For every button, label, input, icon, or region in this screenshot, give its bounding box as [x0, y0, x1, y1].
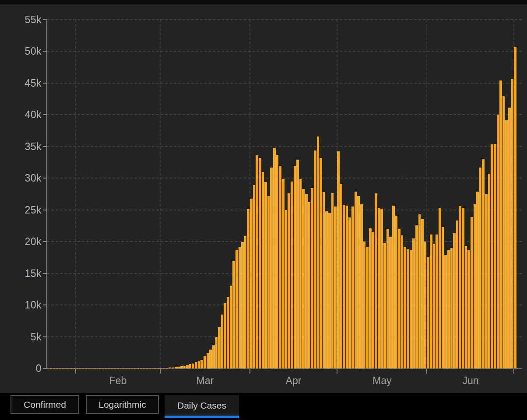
daily-cases-bar[interactable] — [508, 108, 511, 368]
daily-cases-bar[interactable] — [366, 247, 369, 368]
daily-cases-bar[interactable] — [415, 225, 418, 368]
daily-cases-bar[interactable] — [421, 219, 424, 368]
daily-cases-bar[interactable] — [398, 229, 401, 368]
daily-cases-bar[interactable] — [99, 368, 102, 368]
daily-cases-bar[interactable] — [294, 166, 296, 368]
daily-cases-bar[interactable] — [348, 217, 351, 368]
daily-cases-bar[interactable] — [232, 261, 235, 368]
daily-cases-bar[interactable] — [215, 337, 218, 368]
daily-cases-bar[interactable] — [189, 364, 192, 368]
daily-cases-bar[interactable] — [90, 368, 93, 368]
daily-cases-bar[interactable] — [82, 368, 84, 368]
daily-cases-bar[interactable] — [514, 47, 516, 368]
daily-cases-bar[interactable] — [474, 204, 476, 368]
daily-cases-bar[interactable] — [145, 368, 148, 368]
daily-cases-bar[interactable] — [67, 368, 70, 368]
daily-cases-bar[interactable] — [76, 368, 78, 368]
daily-cases-bar[interactable] — [502, 96, 505, 368]
daily-cases-bar[interactable] — [282, 179, 285, 368]
daily-cases-bar[interactable] — [70, 368, 73, 368]
daily-cases-bar[interactable] — [239, 247, 241, 368]
daily-cases-bar[interactable] — [267, 196, 270, 368]
daily-cases-bar[interactable] — [221, 315, 224, 368]
daily-cases-bar[interactable] — [125, 368, 128, 368]
daily-cases-bar[interactable] — [50, 368, 53, 368]
daily-cases-bar[interactable] — [73, 368, 76, 368]
daily-cases-bar[interactable] — [442, 227, 444, 368]
daily-cases-bar[interactable] — [351, 206, 354, 368]
daily-cases-bar[interactable] — [343, 205, 345, 368]
daily-cases-bar[interactable] — [491, 144, 493, 368]
daily-cases-bar[interactable] — [302, 189, 305, 368]
daily-cases-bar[interactable] — [499, 80, 502, 368]
daily-cases-bar[interactable] — [128, 368, 131, 368]
daily-cases-bar[interactable] — [369, 228, 372, 368]
daily-cases-bar[interactable] — [430, 234, 432, 368]
daily-cases-bar[interactable] — [459, 206, 461, 368]
daily-cases-bar[interactable] — [511, 79, 514, 368]
daily-cases-bar[interactable] — [488, 174, 491, 368]
daily-cases-bar[interactable] — [256, 155, 258, 368]
daily-cases-bar[interactable] — [412, 238, 415, 368]
daily-cases-bar[interactable] — [328, 213, 331, 368]
daily-cases-bar[interactable] — [108, 368, 110, 368]
daily-cases-bar[interactable] — [276, 155, 279, 368]
daily-cases-bar[interactable] — [439, 208, 441, 368]
tab-logarithmic[interactable]: Logarithmic — [86, 395, 159, 414]
daily-cases-bar[interactable] — [320, 158, 322, 368]
daily-cases-bar[interactable] — [337, 151, 340, 368]
daily-cases-bar[interactable] — [444, 255, 447, 368]
daily-cases-bar[interactable] — [56, 368, 58, 368]
daily-cases-bar[interactable] — [279, 166, 281, 368]
daily-cases-bar[interactable] — [259, 158, 261, 368]
daily-cases-bar[interactable] — [61, 368, 64, 368]
daily-cases-bar[interactable] — [363, 242, 366, 368]
daily-cases-bar[interactable] — [308, 202, 311, 368]
daily-cases-bar[interactable] — [253, 185, 256, 368]
daily-cases-bar[interactable] — [241, 242, 244, 368]
daily-cases-bar[interactable] — [378, 208, 380, 368]
daily-cases-bar[interactable] — [131, 368, 134, 368]
daily-cases-bar[interactable] — [143, 368, 145, 368]
daily-cases-bar[interactable] — [401, 235, 404, 368]
daily-cases-bar[interactable] — [88, 368, 90, 368]
daily-cases-bar[interactable] — [262, 172, 264, 368]
daily-cases-bar[interactable] — [331, 193, 334, 368]
daily-cases-bar[interactable] — [270, 168, 273, 368]
daily-cases-bar[interactable] — [427, 257, 429, 368]
daily-cases-bar[interactable] — [340, 184, 343, 368]
daily-cases-bar[interactable] — [311, 188, 313, 368]
daily-cases-bar[interactable] — [450, 248, 453, 368]
daily-cases-bar[interactable] — [392, 206, 395, 368]
daily-cases-bar[interactable] — [447, 250, 450, 368]
daily-cases-bar[interactable] — [113, 368, 116, 368]
daily-cases-bar[interactable] — [462, 208, 464, 368]
daily-cases-bar[interactable] — [169, 368, 171, 368]
daily-cases-bar[interactable] — [380, 209, 383, 368]
daily-cases-bar[interactable] — [154, 368, 157, 368]
daily-cases-bar[interactable] — [230, 286, 232, 368]
daily-cases-bar[interactable] — [183, 366, 186, 368]
daily-cases-bar[interactable] — [79, 368, 81, 368]
daily-cases-bar[interactable] — [264, 182, 267, 368]
daily-cases-bar[interactable] — [418, 214, 421, 368]
daily-cases-bar[interactable] — [64, 368, 67, 368]
daily-cases-bar[interactable] — [505, 120, 508, 368]
daily-cases-bar[interactable] — [140, 368, 142, 368]
daily-cases-bar[interactable] — [151, 368, 154, 368]
daily-cases-bar[interactable] — [122, 368, 125, 368]
daily-cases-bar[interactable] — [163, 368, 165, 368]
daily-cases-bar[interactable] — [314, 150, 316, 368]
daily-cases-bar[interactable] — [357, 196, 360, 368]
daily-cases-bar[interactable] — [346, 206, 348, 368]
daily-cases-bar[interactable] — [47, 368, 49, 368]
daily-cases-bar[interactable] — [218, 327, 221, 368]
daily-cases-bar[interactable] — [175, 367, 177, 368]
daily-cases-bar[interactable] — [227, 297, 229, 368]
daily-cases-bar[interactable] — [137, 368, 140, 368]
daily-cases-bar[interactable] — [198, 361, 200, 368]
daily-cases-bar[interactable] — [436, 234, 438, 368]
daily-cases-bar[interactable] — [471, 217, 473, 368]
daily-cases-bar[interactable] — [456, 220, 459, 368]
daily-cases-bar[interactable] — [494, 144, 496, 368]
